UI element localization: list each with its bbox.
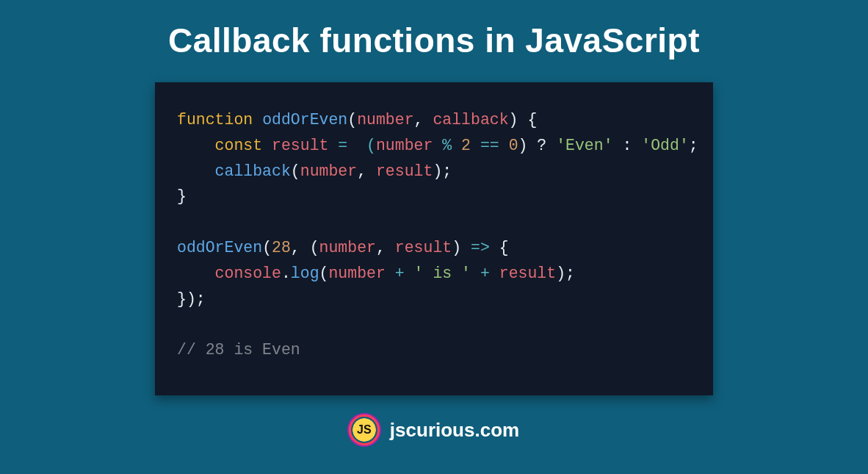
- token-punct: {: [490, 239, 509, 256]
- token-number: 0: [509, 137, 518, 154]
- token-ident: result: [376, 162, 433, 180]
- token-keyword: const: [215, 137, 263, 154]
- token-punct: );: [433, 162, 452, 180]
- token-operator: %: [433, 137, 461, 154]
- token-punct: , (: [291, 239, 319, 256]
- token-number: 28: [272, 239, 291, 256]
- token-string: 'Even': [556, 137, 612, 154]
- token-ident: number: [328, 265, 385, 282]
- token-string: 'Odd': [641, 137, 689, 154]
- logo-text: JS: [357, 423, 372, 437]
- token-punct: ,: [376, 239, 395, 256]
- token-function: oddOrEven: [177, 239, 262, 256]
- footer: JS jscurious.com: [349, 414, 519, 445]
- token-operator: ==: [471, 137, 509, 154]
- token-punct: }: [177, 187, 187, 205]
- token-punct: ) ?: [518, 137, 557, 154]
- token-punct: ) {: [509, 111, 538, 129]
- token-number: 2: [461, 137, 471, 154]
- token-param: result: [395, 239, 452, 256]
- code-block: function oddOrEven(number, callback) { c…: [155, 82, 713, 395]
- token-punct: });: [177, 290, 206, 308]
- token-keyword: function: [177, 111, 253, 129]
- token-param: callback: [433, 111, 508, 129]
- token-punct: ): [452, 239, 471, 256]
- token-operator: +: [471, 265, 499, 282]
- token-indent: [177, 265, 215, 282]
- token-punct: :: [613, 137, 642, 154]
- code-content: function oddOrEven(number, callback) { c…: [177, 107, 691, 363]
- token-punct: (: [319, 265, 329, 282]
- token-param: number: [319, 239, 376, 256]
- token-punct: ;: [689, 137, 698, 154]
- token-punct: );: [556, 265, 575, 282]
- site-name: jscurious.com: [390, 419, 519, 442]
- token-ident: number: [300, 162, 357, 180]
- token-param: number: [357, 111, 413, 129]
- token-punct: .: [281, 265, 291, 282]
- token-ident: number: [376, 137, 433, 154]
- token-punct: (: [347, 111, 357, 129]
- token-punct: ,: [357, 162, 376, 180]
- token-indent: [177, 137, 215, 154]
- site-logo-icon: JS: [349, 414, 380, 445]
- token-comment: // 28 is Even: [177, 341, 300, 359]
- token-operator: +: [386, 265, 414, 282]
- token-function: log: [291, 265, 319, 282]
- token-ident: result: [499, 265, 556, 282]
- token-object: console: [215, 265, 281, 282]
- token-operator: = (: [328, 137, 376, 154]
- page-title: Callback functions in JavaScript: [168, 21, 700, 60]
- token-string: ' is ': [414, 265, 471, 282]
- token-function: oddOrEven: [262, 111, 347, 129]
- token-function: callback: [215, 162, 291, 180]
- token-ident: result: [272, 137, 328, 154]
- token-arrow: =>: [471, 239, 490, 256]
- token-punct: (: [291, 162, 300, 180]
- token-punct: (: [262, 239, 272, 256]
- token-indent: [177, 162, 215, 180]
- token-punct: ,: [414, 111, 433, 129]
